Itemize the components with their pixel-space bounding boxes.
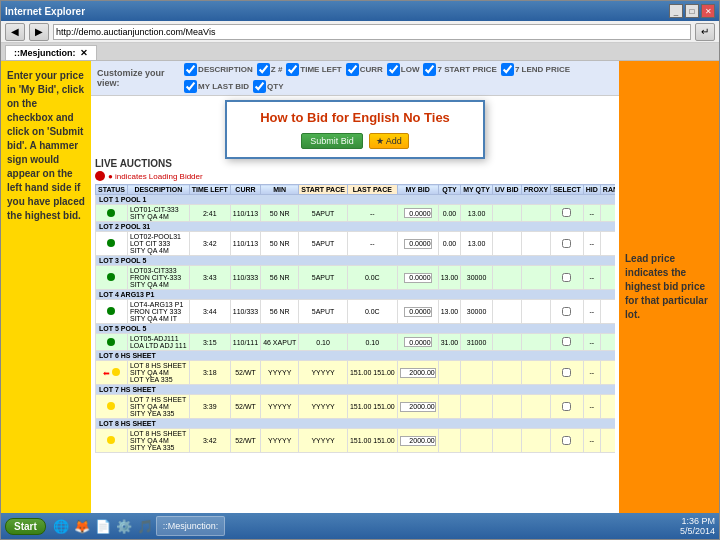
col-last-pace: LAST PACE	[347, 185, 397, 195]
cell-status	[96, 205, 128, 222]
cell-select	[551, 395, 584, 419]
address-bar: ◀ ▶ ↵	[1, 21, 719, 43]
cell-uv-bid	[492, 300, 521, 324]
col-my-bid: MY BID	[397, 185, 438, 195]
tab-close-icon[interactable]: ✕	[80, 48, 88, 58]
col-check-curr: CURR	[346, 63, 383, 76]
cell-last: 0.10	[347, 334, 397, 351]
bid-input[interactable]	[400, 368, 436, 378]
cell-start: 5APUT	[299, 300, 348, 324]
col-checkbox-time[interactable]	[286, 63, 299, 76]
select-checkbox[interactable]	[562, 436, 571, 445]
cell-min: 56 NR	[261, 300, 299, 324]
select-checkbox[interactable]	[562, 239, 571, 248]
start-button[interactable]: Start	[5, 518, 46, 535]
auction-area[interactable]: LIVE AUCTIONS ● indicates Loading Bidder…	[91, 156, 619, 466]
main-content: Enter your price in 'My Bid', click on t…	[1, 61, 719, 513]
select-checkbox[interactable]	[562, 307, 571, 316]
cell-my-qty: 31000	[461, 334, 493, 351]
star-button[interactable]: ★ Add	[369, 133, 409, 149]
address-input[interactable]	[53, 24, 691, 40]
cell-start: 5APUT	[299, 205, 348, 222]
title-bar-controls: _ □ ✕	[669, 4, 715, 18]
bid-input[interactable]	[404, 337, 432, 347]
cell-curr: 110/111	[230, 334, 260, 351]
col-checkbox-start[interactable]	[423, 63, 436, 76]
cell-description: LOT 8 HS SHEETSITY QA 4MLOT YEA 335	[127, 361, 189, 385]
col-checkbox-curr[interactable]	[346, 63, 359, 76]
status-icon	[107, 307, 115, 315]
cell-curr: 110/113	[230, 232, 260, 256]
status-icon	[107, 402, 115, 410]
left-panel: Enter your price in 'My Bid', click on t…	[1, 61, 91, 513]
taskbar: Start 🌐 🦊 📄 ⚙️ 🎵 ::Mesjunction: 1:36 PM …	[1, 513, 719, 539]
table-row: LOT 8 HS SHEETSITY QA 4MSITY YEA 335 3:4…	[96, 429, 616, 453]
cell-my-qty	[461, 361, 493, 385]
col-qty: QTY	[438, 185, 461, 195]
minimize-button[interactable]: _	[669, 4, 683, 18]
col-checkbox-description[interactable]	[184, 63, 197, 76]
taskbar-icon-media[interactable]: 🎵	[136, 517, 154, 535]
taskbar-icon-firefox[interactable]: 🦊	[73, 517, 91, 535]
select-checkbox[interactable]	[562, 273, 571, 282]
tab-active[interactable]: ::Mesjunction: ✕	[5, 45, 97, 60]
lot-label: LOT 3 POOL 5	[96, 256, 616, 266]
table-wrap: STATUS DESCRIPTION TIME LEFT CURR MIN ST…	[95, 184, 615, 453]
cell-proxy	[521, 205, 551, 222]
taskbar-app-browser[interactable]: ::Mesjunction:	[156, 516, 226, 536]
bid-input[interactable]	[404, 307, 432, 317]
cell-time: 3:15	[189, 334, 230, 351]
maximize-button[interactable]: □	[685, 4, 699, 18]
select-checkbox[interactable]	[562, 368, 571, 377]
cell-my-qty: 30000	[461, 266, 493, 290]
col-checkbox-z[interactable]	[257, 63, 270, 76]
taskbar-icon-settings[interactable]: ⚙️	[115, 517, 133, 535]
go-button[interactable]: ↵	[695, 23, 715, 41]
col-my-qty: MY QTY	[461, 185, 493, 195]
lot-label: LOT 1 POOL 1	[96, 195, 616, 205]
cell-curr: 52/WT	[230, 395, 260, 419]
cell-uv-bid	[492, 205, 521, 222]
bid-input[interactable]	[404, 239, 432, 249]
col-checkbox-lend[interactable]	[501, 63, 514, 76]
cell-min: 46 XAPUT	[261, 334, 299, 351]
bid-input[interactable]	[404, 273, 432, 283]
cell-min: 56 NR	[261, 266, 299, 290]
cell-select	[551, 334, 584, 351]
cell-uv-bid	[492, 395, 521, 419]
cell-qty: 0.00	[438, 205, 461, 222]
taskbar-icon-doc[interactable]: 📄	[94, 517, 112, 535]
select-checkbox[interactable]	[562, 402, 571, 411]
cell-curr: 110/333	[230, 266, 260, 290]
close-button[interactable]: ✕	[701, 4, 715, 18]
taskbar-right: 1:36 PM 5/5/2014	[680, 516, 715, 536]
table-row: LOT03-CIT333FRON CITY-333SITY QA 4M 3:43…	[96, 266, 616, 290]
cell-status	[96, 300, 128, 324]
submit-bid-button[interactable]: Submit Bid	[301, 133, 363, 149]
cell-time: 3:42	[189, 232, 230, 256]
forward-button[interactable]: ▶	[29, 23, 49, 41]
cell-description: LOT03-CIT333FRON CITY-333SITY QA 4M	[127, 266, 189, 290]
modal-banner: How to Bid for English No Ties Submit Bi…	[225, 100, 485, 159]
col-description: DESCRIPTION	[127, 185, 189, 195]
taskbar-icons: 🌐 🦊 📄 ⚙️ 🎵	[52, 517, 154, 535]
bid-input[interactable]	[400, 402, 436, 412]
col-checkbox-qty[interactable]	[253, 80, 266, 93]
table-row: LOT4-ARG13 P1FRON CITY 333SITY QA 4M IT …	[96, 300, 616, 324]
bid-input[interactable]	[404, 208, 432, 218]
lot-label: LOT 4 ARG13 P1	[96, 290, 616, 300]
cell-time: 3:44	[189, 300, 230, 324]
col-checkbox-mybid[interactable]	[184, 80, 197, 93]
cell-proxy	[521, 395, 551, 419]
cell-rank: 31000	[600, 334, 615, 351]
back-button[interactable]: ◀	[5, 23, 25, 41]
taskbar-icon-ie[interactable]: 🌐	[52, 517, 70, 535]
cell-start: 5APUT	[299, 232, 348, 256]
col-check-z: Z #	[257, 63, 283, 76]
cell-rank: 30000	[600, 266, 615, 290]
bid-input[interactable]	[400, 436, 436, 446]
col-checkbox-low[interactable]	[387, 63, 400, 76]
select-checkbox[interactable]	[562, 208, 571, 217]
select-checkbox[interactable]	[562, 337, 571, 346]
live-auctions-label: LIVE AUCTIONS	[95, 158, 615, 169]
